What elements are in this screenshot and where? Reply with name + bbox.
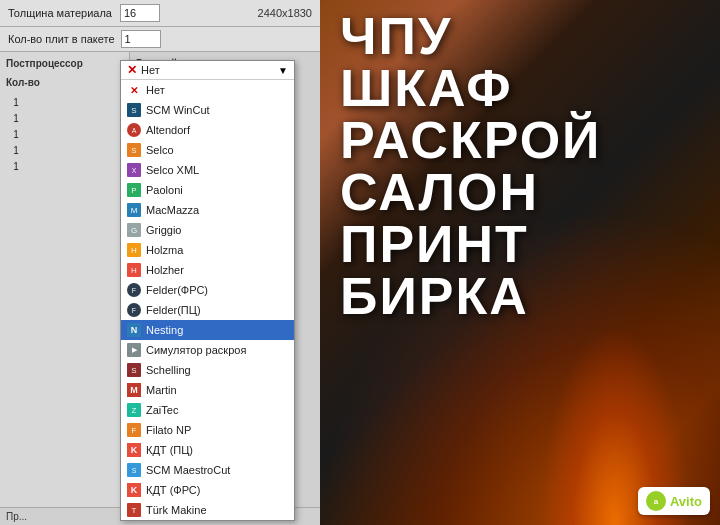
- griggio-icon: G: [127, 223, 141, 237]
- thickness-label: Толщина материала: [8, 7, 112, 19]
- dropdown-item-label: Altendorf: [146, 124, 190, 136]
- martin-icon: M: [127, 383, 141, 397]
- dropdown-item-label: Nesting: [146, 324, 183, 336]
- dropdown-item-holzma[interactable]: H Holzma: [121, 240, 294, 260]
- felder-frs-icon: F: [127, 283, 141, 297]
- dropdown-item-simulator[interactable]: ▶ Симулятор раскроя: [121, 340, 294, 360]
- dropdown-item-label: SCM MaestroCut: [146, 464, 230, 476]
- zaitec-icon: Z: [127, 403, 141, 417]
- qty-input[interactable]: 1: [121, 30, 161, 48]
- dropdown-item-macmazza[interactable]: M MacMazza: [121, 200, 294, 220]
- dropdown-item-label: ZaiTec: [146, 404, 178, 416]
- dropdown-item-nesting[interactable]: N Nesting: [121, 320, 294, 340]
- avito-brand-label: Avito: [670, 494, 702, 509]
- schelling-icon: S: [127, 363, 141, 377]
- dropdown-item-kdt-pc[interactable]: K КДТ (ПЦ): [121, 440, 294, 460]
- line-4: САЛОН: [340, 166, 539, 218]
- col-qty: Кол-во: [6, 77, 40, 88]
- dropdown-item-kdt-frs[interactable]: K КДТ (ФРС): [121, 480, 294, 500]
- thickness-input[interactable]: 16: [120, 4, 160, 22]
- dropdown-item-net[interactable]: ✕ Нет: [121, 80, 294, 100]
- dropdown-item-label: SCM WinCut: [146, 104, 210, 116]
- table-header: Постпроцессор: [4, 56, 125, 71]
- table-row: 1: [4, 158, 125, 174]
- filato-icon: F: [127, 423, 141, 437]
- dropdown-item-griggio[interactable]: G Griggio: [121, 220, 294, 240]
- dropdown-item-label: Paoloni: [146, 184, 183, 196]
- table-area: Постпроцессор Кол-во 1 1 1 1 1: [0, 52, 130, 525]
- dropdown-item-label: Selco: [146, 144, 174, 156]
- dropdown-item-label: Schelling: [146, 364, 191, 376]
- qty-bar: Кол-во плит в пакете 1: [0, 27, 320, 52]
- holzma-icon: H: [127, 243, 141, 257]
- dropdown-item-label: Griggio: [146, 224, 181, 236]
- dropdown-item-label: Filato NP: [146, 424, 191, 436]
- line-1: ЧПУ: [340, 10, 452, 62]
- selcoxml-icon: X: [127, 163, 141, 177]
- right-panel: ЧПУ ШКАФ РАСКРОЙ САЛОН ПРИНТ БИРКА a Avi…: [320, 0, 720, 525]
- dropdown-item-label: КДТ (ПЦ): [146, 444, 193, 456]
- dropdown-item-label: Felder(ФРС): [146, 284, 208, 296]
- scmwincut-icon: S: [127, 103, 141, 117]
- dropdown-item-label: Martin: [146, 384, 177, 396]
- macmazza-icon: M: [127, 203, 141, 217]
- qty-label: Кол-во плит в пакете: [8, 33, 115, 45]
- nesting-icon: N: [127, 323, 141, 337]
- dropdown-item-scmwincut[interactable]: S SCM WinCut: [121, 100, 294, 120]
- maestrocut-icon: S: [127, 463, 141, 477]
- dropdown-item-label: MacMazza: [146, 204, 199, 216]
- qty-col-header: Кол-во: [4, 75, 125, 90]
- dropdown-item-label: Holzma: [146, 244, 183, 256]
- dropdown-item-label: КДТ (ФРС): [146, 484, 200, 496]
- selco-icon: S: [127, 143, 141, 157]
- postprocessor-dropdown[interactable]: ✕ Нет ▼ ✕ Нет S SCM WinCut A Altendorf S…: [120, 60, 295, 521]
- avito-logo-icon: a: [646, 491, 666, 511]
- dropdown-item-paoloni[interactable]: P Paoloni: [121, 180, 294, 200]
- net-icon: ✕: [127, 83, 141, 97]
- line-6: БИРКА: [340, 270, 529, 322]
- dropdown-item-turk[interactable]: T Türk Makine: [121, 500, 294, 520]
- turk-icon: T: [127, 503, 141, 517]
- kdt-pc-icon: K: [127, 443, 141, 457]
- table-row: 1: [4, 126, 125, 142]
- dropdown-item-selcoxml[interactable]: X Selco XML: [121, 160, 294, 180]
- dropdown-header-text: ✕ Нет: [127, 63, 160, 77]
- table-row: 1: [4, 142, 125, 158]
- top-bar: Толщина материала 16 2440x1830: [0, 0, 320, 27]
- dropdown-item-felder-pc[interactable]: F Felder(ПЦ): [121, 300, 294, 320]
- dropdown-item-martin[interactable]: M Martin: [121, 380, 294, 400]
- dropdown-item-zaitec[interactable]: Z ZaiTec: [121, 400, 294, 420]
- dropdown-item-felder-frs[interactable]: F Felder(ФРС): [121, 280, 294, 300]
- dropdown-item-label: Нет: [146, 84, 165, 96]
- dropdown-item-maestrocut[interactable]: S SCM MaestroCut: [121, 460, 294, 480]
- dropdown-item-label: Симулятор раскроя: [146, 344, 246, 356]
- software-panel: Толщина материала 16 2440x1830 Кол-во пл…: [0, 0, 320, 525]
- line-5: ПРИНТ: [340, 218, 529, 270]
- dropdown-item-selco[interactable]: S Selco: [121, 140, 294, 160]
- dropdown-item-label: Felder(ПЦ): [146, 304, 201, 316]
- felder-pc-icon: F: [127, 303, 141, 317]
- line-2: ШКАФ: [340, 62, 513, 114]
- paoloni-icon: P: [127, 183, 141, 197]
- dropdown-item-schelling[interactable]: S Schelling: [121, 360, 294, 380]
- text-overlay: ЧПУ ШКАФ РАСКРОЙ САЛОН ПРИНТ БИРКА: [320, 10, 720, 322]
- col-postprocessor: Постпроцессор: [6, 58, 83, 69]
- kdt-frs-icon: K: [127, 483, 141, 497]
- table-row: 1: [4, 110, 125, 126]
- dimensions-text: 2440x1830: [258, 7, 312, 19]
- dropdown-item-holzher[interactable]: H Holzher: [121, 260, 294, 280]
- line-3: РАСКРОЙ: [340, 114, 601, 166]
- dropdown-header-label: Нет: [141, 64, 160, 76]
- holzher-icon: H: [127, 263, 141, 277]
- dropdown-item-label: Türk Makine: [146, 504, 207, 516]
- dropdown-item-filato[interactable]: F Filato NP: [121, 420, 294, 440]
- altendorf-icon: A: [127, 123, 141, 137]
- avito-logo-text: a: [654, 497, 658, 506]
- dropdown-item-label: Selco XML: [146, 164, 199, 176]
- dropdown-item-altendorf[interactable]: A Altendorf: [121, 120, 294, 140]
- dropdown-item-label: Holzher: [146, 264, 184, 276]
- simulator-icon: ▶: [127, 343, 141, 357]
- dropdown-header: ✕ Нет ▼: [121, 61, 294, 80]
- dropdown-chevron-icon: ▼: [278, 65, 288, 76]
- header-red-x-icon: ✕: [127, 63, 137, 77]
